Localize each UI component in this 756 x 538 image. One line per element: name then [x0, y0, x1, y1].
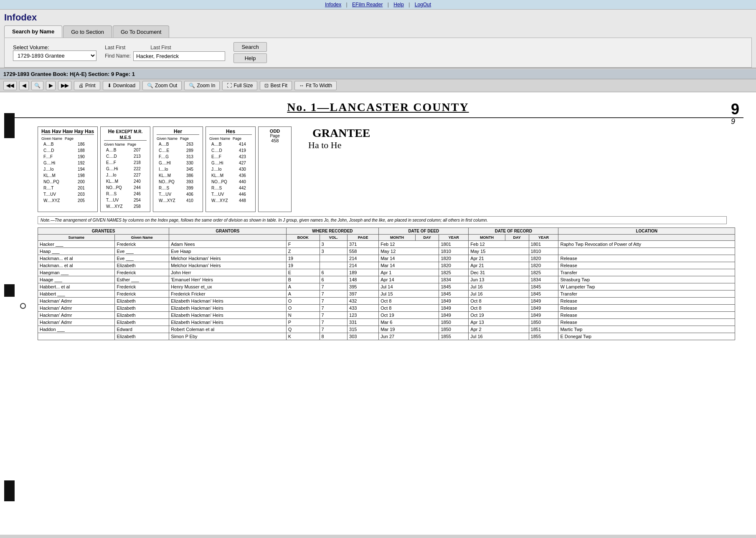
find-name-group: Last First Last First Find Name:: [105, 45, 225, 61]
table-row: Hackman... et al Eve ___ Melchor Hackman…: [38, 255, 735, 262]
last-first-label1: Last First: [105, 45, 125, 51]
col-header-record: DATE OF RECORD: [469, 228, 558, 235]
best-fit-button[interactable]: ⊡ Best Fit: [260, 81, 292, 90]
nav-prev[interactable]: ◀: [19, 81, 29, 90]
volume-select[interactable]: 1729-1893 Grantee: [13, 51, 96, 61]
page-number-italic: 9: [731, 117, 735, 126]
table-row: Haddon ___ Edward Robert Coleman et al Q…: [38, 326, 735, 333]
zoom-in-button[interactable]: 🔍 Zoom In: [184, 81, 220, 90]
printer-icon: 🖨: [79, 83, 84, 88]
grantee-data-table: GRANTEES GRANTORS WHERE RECORDED DATE OF…: [38, 227, 735, 340]
document-viewer[interactable]: 9 9 No. 1—LANCASTER COUNTY Has Hav Haw H…: [0, 92, 756, 535]
nav-infodex[interactable]: Infodex: [325, 2, 341, 8]
table-row: Habbert ___ Frederick Frederick Fricker …: [38, 290, 735, 298]
download-button[interactable]: ⬇ Download: [103, 81, 140, 90]
circle-marker: [20, 303, 26, 309]
tab-go-to-section[interactable]: Go to Section: [63, 25, 112, 38]
table-row: Hackman' Admr Elizabeth Elizabeth Hackma…: [38, 298, 735, 305]
note-bar: Note.—The arrangement of GIVEN NAMES by …: [38, 216, 727, 224]
nav-logout[interactable]: LogOut: [415, 2, 431, 8]
index-table-he: A....B207 C....D213 E....F218 G....Hi222…: [104, 146, 147, 210]
find-name-input[interactable]: [133, 51, 225, 61]
index-table-has: A....B186 C....D188 F....F190 G....Hi192…: [41, 141, 94, 204]
table-row: Hackman' Admr Elizabeth Elizabeth Hackma…: [38, 312, 735, 319]
tab-bar: Search by Name Go to Section Go To Docum…: [4, 25, 752, 38]
nav-efilm[interactable]: EFilm Reader: [352, 2, 383, 8]
grantee-label: GRANTEE: [312, 126, 370, 140]
table-row: Habbert... et al Frederick Henry Musser …: [38, 283, 735, 290]
table-row: Hackman' Admr Elizabeth Elizabeth Hackma…: [38, 305, 735, 312]
index-table-hes: A....B414 C....D419 E....F423 G....Hi427…: [209, 141, 252, 204]
tab-search-by-name[interactable]: Search by Name: [4, 25, 62, 38]
index-col-he: He EXCEPT M.R.M.E.S Given NamePage A....…: [100, 126, 150, 212]
table-row: Hackman... et al Elizabeth Melchor Hackm…: [38, 262, 735, 269]
side-marker-top: [4, 113, 15, 138]
search-area: Select Volume: 1729-1893 Grantee Last Fi…: [4, 38, 752, 68]
volume-label: Select Volume:: [13, 44, 49, 51]
full-size-icon: ⛶: [227, 83, 232, 88]
find-name-label: Find Name:: [105, 53, 131, 59]
nav-search[interactable]: 🔍: [31, 81, 43, 90]
fit-width-icon: ↔: [299, 83, 304, 88]
index-table-her: A....B263 C....E289 F....G313 G....HI330…: [157, 141, 199, 204]
table-row: Hacker ___ Frederick Adam Nees F 3 371 F…: [38, 241, 735, 248]
document-content: 9 9 No. 1—LANCASTER COUNTY Has Hav Haw H…: [0, 92, 756, 510]
zoom-out-icon: 🔍: [147, 83, 153, 88]
nav-last[interactable]: ▶▶: [58, 81, 71, 90]
col-header-deed: DATE OF DEED: [379, 228, 469, 235]
book-info-bar: 1729-1893 Grantee Book: H(A-E) Section: …: [0, 69, 756, 79]
search-help-column: Search Help: [233, 42, 267, 63]
fit-to-width-button[interactable]: ↔ Fit To Width: [294, 81, 337, 90]
table-row: Haap ___ Eve ___ Eve Haap Z 3 558 May 12…: [38, 248, 735, 255]
download-icon: ⬇: [107, 83, 112, 88]
full-size-button[interactable]: ⛶ Full Size: [222, 81, 257, 90]
top-navigation: Infodex | EFilm Reader | Help | LogOut: [0, 0, 756, 10]
nav-help[interactable]: Help: [393, 2, 404, 8]
table-row: Haage ___ Esther ___ 'Emanuel Herr' Heir…: [38, 276, 735, 283]
nav-first[interactable]: ◀◀: [3, 81, 17, 90]
col-header-grantors: GRANTORS: [169, 228, 287, 235]
search-button[interactable]: Search: [233, 42, 267, 52]
col-header-location: LOCATION: [558, 228, 735, 235]
main-header: Infodex Search by Name Go to Section Go …: [0, 10, 756, 68]
zoom-out-button[interactable]: 🔍 Zoom Out: [142, 81, 182, 90]
toolbar: ◀◀ ◀ 🔍 ▶ ▶▶ 🖨 Print ⬇ Download 🔍 Zoom Ou…: [0, 79, 756, 92]
grantee-range: Ha to He: [308, 140, 370, 151]
help-button[interactable]: Help: [233, 53, 267, 63]
index-col-her: Her Given NamePage A....B263 C....E289 F…: [153, 126, 203, 212]
zoom-in-icon: 🔍: [189, 83, 195, 88]
table-row: Elizabeth Simon P Eby K 8 303 Jun 27 185…: [38, 333, 735, 340]
print-button[interactable]: 🖨 Print: [74, 81, 100, 90]
col-header-where: WHERE RECORDED: [286, 228, 378, 235]
tab-go-to-document[interactable]: Go To Document: [113, 25, 169, 38]
nav-next[interactable]: ▶: [46, 81, 56, 90]
side-marker-mid: [4, 284, 15, 297]
brand-title: Infodex: [4, 12, 752, 23]
table-row: Haegman ___ Frederick John Herr E 6 189 …: [38, 269, 735, 276]
table-row: Hackman' Admr Elizabeth Elizabeth Hackma…: [38, 319, 735, 326]
last-first-label2: Last First: [150, 45, 171, 51]
col-header-grantees: GRANTEES: [38, 228, 169, 235]
volume-group: Select Volume: 1729-1893 Grantee: [13, 44, 96, 61]
side-marker-bottom: [4, 480, 15, 501]
best-fit-icon: ⊡: [264, 83, 269, 88]
index-col-hes: Hes Given NamePage A....B414 C....D419 E…: [205, 126, 256, 212]
index-col-has: Has Hav Haw Hay Has Given NamePage A....…: [38, 126, 98, 212]
page-number: 9: [731, 101, 739, 118]
odd-box: ODD Page 458: [258, 126, 292, 212]
document-title: No. 1—LANCASTER COUNTY: [13, 101, 743, 118]
top-index-row: Has Hav Haw Hay Has Given NamePage A....…: [13, 126, 743, 212]
